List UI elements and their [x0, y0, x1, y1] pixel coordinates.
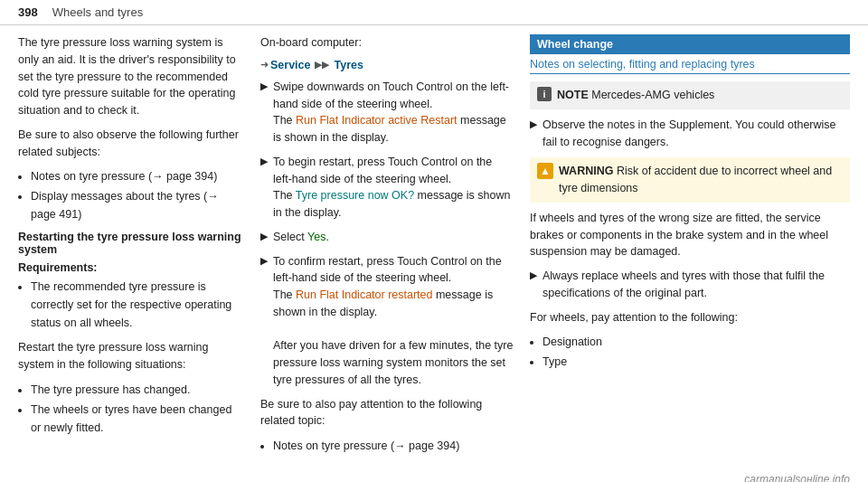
arrow-bullet-icon: ▶ — [260, 156, 268, 167]
list-item: The wheels or tyres have been changed or… — [31, 401, 244, 437]
right-para2: For wheels, pay attention to the followi… — [530, 309, 850, 326]
note-arrow-text: Observe the notes in the Supplement. You… — [542, 117, 850, 151]
step-1: ▶ Swipe downwards on Touch Control on th… — [260, 79, 514, 146]
warning-text: WARNING Risk of accident due to incorrec… — [559, 163, 843, 197]
restart-heading: Restarting the tyre pressure loss warnin… — [18, 231, 244, 256]
step-3-text: Select Yes. — [273, 229, 329, 246]
warning-icon: ▲ — [537, 163, 553, 179]
warning-box: ▲ WARNING Risk of accident due to incorr… — [530, 157, 850, 203]
list-item: The tyre pressure has changed. — [31, 381, 244, 399]
tyre-pressure-ok-link[interactable]: Tyre pressure now OK? — [296, 189, 414, 202]
note-box: i NOTE Mercedes-AMG vehicles — [530, 81, 850, 109]
note-label: NOTE — [557, 89, 589, 101]
right-para1: If wheels and tyres of the wrong size ar… — [530, 210, 850, 260]
page-header: 398 Wheels and tyres — [0, 0, 868, 25]
page-title: Wheels and tyres — [52, 5, 143, 19]
left-restart-para: Restart the tyre pressure loss warning s… — [18, 339, 244, 373]
right-column: Wheel change Notes on selecting, fitting… — [530, 34, 850, 462]
on-board-label: On-board computer: — [260, 34, 514, 52]
run-flat-restarted-link[interactable]: Run Flat Indicator restarted — [296, 288, 432, 301]
page-number: 398 — [18, 5, 38, 19]
list-item: Type — [542, 353, 850, 371]
step-3: ▶ Select Yes. — [260, 229, 514, 246]
arrow-bullet-icon: ▶ — [260, 255, 268, 267]
arrow-bullet-icon: ▶ — [530, 118, 537, 130]
left-intro-para1: The tyre pressure loss warning system is… — [18, 34, 244, 119]
step-2: ▶ To begin restart, press Touch Control … — [260, 154, 514, 222]
step-4-text: To confirm restart, press Touch Control … — [273, 253, 514, 389]
arrow-bullet-icon: ▶ — [530, 269, 537, 281]
arrow-bullet-icon: ▶ — [260, 80, 268, 92]
list-item: Designation — [542, 333, 850, 351]
center-footer-bullets: Notes on tyre pressure (→ page 394) — [273, 437, 514, 455]
note-arrow-item: ▶ Observe the notes in the Supplement. Y… — [530, 117, 850, 151]
wheel-change-subtitle: Notes on selecting, fitting and replacin… — [530, 58, 850, 74]
list-item: Notes on tyre pressure (→ page 394) — [31, 167, 244, 185]
replace-wheels-item: ▶ Always replace wheels and tyres with t… — [530, 268, 850, 302]
nav-double-arrow-icon: ▶▶ — [315, 59, 329, 71]
restart-bullet-list: The tyre pressure has changed. The wheel… — [31, 381, 244, 437]
left-bullet-list: Notes on tyre pressure (→ page 394) Disp… — [31, 167, 244, 223]
nav-tyres-link[interactable]: Tyres — [334, 59, 363, 71]
right-bullet-list: Designation Type — [542, 333, 850, 371]
footer-watermark: carmanualsонline.info — [0, 462, 868, 482]
nav-service-link[interactable]: Service — [270, 59, 310, 71]
run-flat-restart-link[interactable]: Run Flat Indicator active Restart — [296, 114, 458, 127]
nav-arrow-icon: ➜ — [260, 59, 269, 71]
content-area: The tyre pressure loss warning system is… — [0, 34, 868, 462]
list-item: Display messages about the tyres (→ page… — [31, 187, 244, 223]
note-icon: i — [537, 87, 552, 101]
warning-label: WARNING — [559, 165, 613, 177]
center-footer-para: Be sure to also pay attention to the fol… — [260, 396, 514, 430]
page-container: 398 Wheels and tyres The tyre pressure l… — [0, 0, 868, 482]
arrow-bullet-icon: ▶ — [260, 231, 268, 242]
note-text: NOTE Mercedes-AMG vehicles — [557, 87, 714, 104]
replace-wheels-text: Always replace wheels and tyres with tho… — [542, 268, 850, 302]
wheel-change-header: Wheel change — [530, 34, 850, 54]
yes-link[interactable]: Yes — [307, 231, 326, 243]
step-2-text: To begin restart, press Touch Control on… — [273, 154, 514, 222]
nav-breadcrumb: ➜ Service ▶▶ Tyres — [260, 59, 514, 71]
list-item: The recommended tyre pressure is correct… — [31, 278, 244, 332]
note-body: Mercedes-AMG vehicles — [591, 89, 714, 101]
list-item: Notes on tyre pressure (→ page 394) — [273, 437, 514, 455]
step-1-text: Swipe downwards on Touch Control on the … — [273, 79, 514, 146]
step-4: ▶ To confirm restart, press Touch Contro… — [260, 253, 514, 389]
center-column: On-board computer: ➜ Service ▶▶ Tyres ▶ … — [260, 34, 514, 462]
left-intro-para2: Be sure to also observe the following fu… — [18, 127, 244, 161]
requirements-bullet-list: The recommended tyre pressure is correct… — [31, 278, 244, 332]
watermark-text: carmanualsонline.info — [744, 473, 850, 482]
left-column: The tyre pressure loss warning system is… — [18, 34, 244, 462]
requirements-heading: Requirements: — [18, 261, 244, 274]
